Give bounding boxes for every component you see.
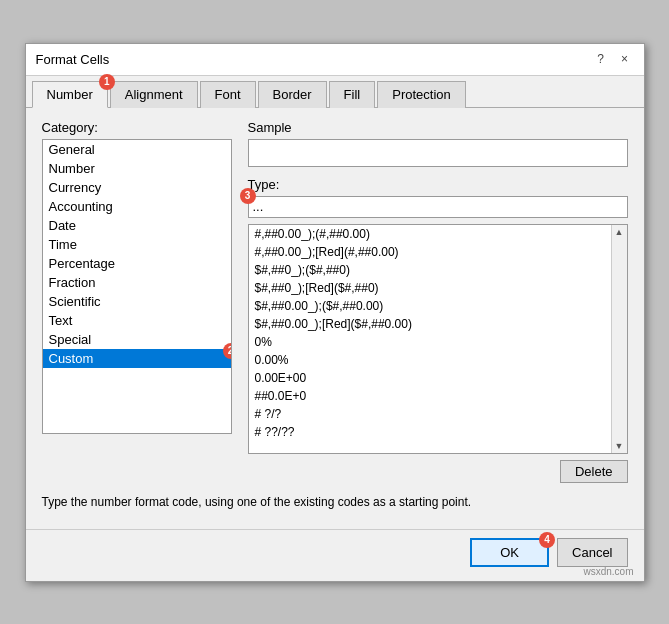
format-cells-dialog: Format Cells ? × Number 1 Alignment Font… [25, 43, 645, 582]
bottom-buttons: OK 4 Cancel [26, 529, 644, 581]
sample-box [248, 139, 628, 167]
type-input-badge: 3 [240, 188, 256, 204]
dialog-title: Format Cells [36, 52, 110, 67]
format-item[interactable]: #,##0.00_);[Red](#,##0.00) [249, 243, 627, 261]
tab-fill[interactable]: Fill [329, 81, 376, 108]
format-item[interactable]: # ?/? [249, 405, 627, 423]
scroll-up-arrow[interactable]: ▲ [615, 227, 624, 237]
delete-row: Delete [248, 460, 628, 483]
tab-number-wrapper: Number 1 [32, 80, 110, 107]
category-item-accounting[interactable]: Accounting [43, 197, 231, 216]
category-item-general[interactable]: General [43, 140, 231, 159]
cancel-button[interactable]: Cancel [557, 538, 627, 567]
tab-number-badge: 1 [99, 74, 115, 90]
format-list-container[interactable]: #,##0.00_);(#,##0.00) #,##0.00_);[Red](#… [248, 224, 628, 454]
format-list: #,##0.00_);(#,##0.00) #,##0.00_);[Red](#… [249, 225, 627, 441]
format-item[interactable]: 0.00% [249, 351, 627, 369]
format-item[interactable]: $#,##0.00_);[Red]($#,##0.00) [249, 315, 627, 333]
category-item-date[interactable]: Date [43, 216, 231, 235]
title-bar-left: Format Cells [36, 52, 110, 67]
category-item-scientific[interactable]: Scientific [43, 292, 231, 311]
tab-protection[interactable]: Protection [377, 81, 466, 108]
watermark: wsxdn.com [583, 566, 633, 577]
category-item-special[interactable]: Special [43, 330, 231, 349]
category-item-time[interactable]: Time [43, 235, 231, 254]
right-panel: Sample Type: 3 #,##0.00_);(#,##0.00) #,#… [248, 120, 628, 483]
format-item[interactable]: $#,##0.00_);($#,##0.00) [249, 297, 627, 315]
tab-border[interactable]: Border [258, 81, 327, 108]
category-item-percentage[interactable]: Percentage [43, 254, 231, 273]
category-item-number[interactable]: Number [43, 159, 231, 178]
format-item[interactable]: $#,##0_);[Red]($#,##0) [249, 279, 627, 297]
category-list[interactable]: General Number Currency Accounting Date … [42, 139, 232, 434]
delete-button[interactable]: Delete [560, 460, 628, 483]
format-item[interactable]: #,##0.00_);(#,##0.00) [249, 225, 627, 243]
title-bar: Format Cells ? × [26, 44, 644, 76]
tabs-bar: Number 1 Alignment Font Border Fill Prot… [26, 76, 644, 108]
main-area: Category: General Number Currency Accoun… [42, 120, 628, 483]
format-item[interactable]: 0.00E+00 [249, 369, 627, 387]
ok-badge: 4 [539, 532, 555, 548]
ok-button[interactable]: OK 4 [470, 538, 549, 567]
category-item-text[interactable]: Text [43, 311, 231, 330]
category-item-fraction[interactable]: Fraction [43, 273, 231, 292]
type-input[interactable] [248, 196, 628, 218]
format-list-scrollbar[interactable]: ▲ ▼ [611, 225, 627, 453]
type-label: Type: [248, 177, 628, 192]
category-item-custom[interactable]: Custom 2 [43, 349, 231, 368]
tab-font[interactable]: Font [200, 81, 256, 108]
hint-text: Type the number format code, using one o… [42, 495, 628, 517]
format-item[interactable]: ##0.0E+0 [249, 387, 627, 405]
type-input-row: 3 [248, 196, 628, 218]
type-input-wrapper: 3 [248, 196, 628, 218]
scroll-down-arrow[interactable]: ▼ [615, 441, 624, 451]
format-item[interactable]: 0% [249, 333, 627, 351]
close-button[interactable]: × [616, 50, 634, 68]
sample-label: Sample [248, 120, 628, 135]
tab-alignment[interactable]: Alignment [110, 81, 198, 108]
title-actions: ? × [592, 50, 634, 68]
category-item-currency[interactable]: Currency [43, 178, 231, 197]
format-item[interactable]: # ??/?? [249, 423, 627, 441]
format-item[interactable]: $#,##0_);($#,##0) [249, 261, 627, 279]
help-button[interactable]: ? [592, 50, 610, 68]
left-panel: Category: General Number Currency Accoun… [42, 120, 232, 483]
content-area: Category: General Number Currency Accoun… [26, 108, 644, 529]
category-label: Category: [42, 120, 232, 135]
tab-number[interactable]: Number 1 [32, 81, 108, 108]
